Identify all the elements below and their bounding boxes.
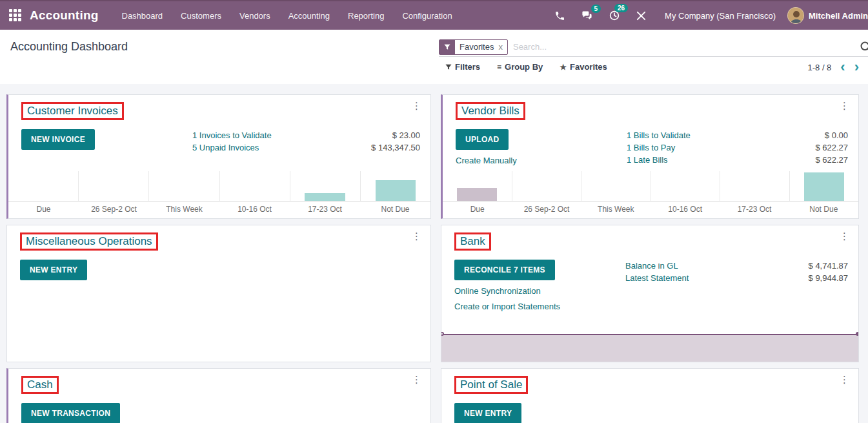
- nav-item-customers[interactable]: Customers: [172, 2, 230, 30]
- new-entry-button[interactable]: NEW ENTRY: [20, 260, 87, 280]
- create-import-statements-link[interactable]: Create or Import Statements: [454, 302, 625, 311]
- activities-icon[interactable]: 26: [601, 10, 628, 21]
- kebab-menu-icon[interactable]: ⋮: [412, 101, 421, 110]
- chart-bar[interactable]: [457, 188, 497, 201]
- breadcrumb[interactable]: Accounting Dashboard: [10, 40, 128, 54]
- pager-next-icon[interactable]: ›: [854, 62, 859, 72]
- group-by-label: Group By: [505, 62, 543, 72]
- messages-icon[interactable]: 5: [573, 10, 601, 21]
- card-title[interactable]: Bank: [460, 235, 485, 247]
- latest-statement-link[interactable]: Latest Statement: [625, 272, 745, 284]
- facet-remove-icon[interactable]: x: [498, 40, 507, 54]
- app-name[interactable]: Accounting: [30, 8, 99, 23]
- control-panel: Accounting Dashboard Favorites x Filters…: [0, 30, 868, 84]
- chart-column: [789, 171, 859, 201]
- card-cash: Cash ⋮ NEW TRANSACTION: [6, 368, 431, 423]
- bills-to-validate-link[interactable]: 1 Bills to Validate: [627, 129, 745, 141]
- chart-axis-label: 17-23 Oct: [720, 205, 789, 214]
- nav-item-reporting[interactable]: Reporting: [339, 2, 393, 30]
- chart-axis-label: 17-23 Oct: [290, 205, 360, 214]
- pager-prev-icon[interactable]: ‹: [840, 62, 845, 72]
- invoices-to-validate-link[interactable]: 1 Invoices to Validate: [192, 129, 317, 141]
- card-title[interactable]: Vendor Bills: [461, 105, 520, 117]
- card-bank: Bank ⋮ RECONCILE 7 ITEMS Online Synchron…: [441, 225, 859, 362]
- create-manually-link[interactable]: Create Manually: [456, 156, 627, 165]
- dashboard-grid: Customer Invoices ⋮ NEW INVOICE 1 Invoic…: [0, 84, 868, 423]
- new-transaction-button[interactable]: NEW TRANSACTION: [21, 403, 120, 423]
- search-icon[interactable]: [860, 41, 868, 56]
- kebab-menu-icon[interactable]: ⋮: [412, 232, 421, 241]
- group-by-button[interactable]: ≡ Group By: [497, 62, 543, 72]
- filters-button[interactable]: Filters: [445, 62, 480, 72]
- chart-bar[interactable]: [804, 172, 844, 201]
- user-menu[interactable]: Mitchell Admin: [787, 7, 868, 24]
- chart-bar[interactable]: [305, 193, 345, 201]
- chart-axis-label: This Week: [149, 205, 219, 214]
- messages-badge: 5: [591, 5, 601, 13]
- tools-icon[interactable]: [628, 10, 654, 21]
- kebab-menu-icon[interactable]: ⋮: [840, 232, 849, 241]
- chart-axis-label: 26 Sep-2 Oct: [512, 205, 581, 214]
- bills-to-pay-amount: $ 622.27: [745, 141, 848, 154]
- balance-in-gl-amount: $ 4,741.87: [745, 260, 848, 272]
- chart-column: [148, 171, 219, 201]
- kebab-menu-icon[interactable]: ⋮: [412, 375, 421, 384]
- chart-column: [290, 171, 360, 201]
- new-entry-button[interactable]: NEW ENTRY: [454, 403, 521, 423]
- card-title[interactable]: Point of Sale: [460, 378, 522, 391]
- kebab-menu-icon[interactable]: ⋮: [840, 375, 849, 384]
- bills-to-pay-link[interactable]: 1 Bills to Pay: [627, 141, 745, 154]
- chart-column: [512, 171, 581, 201]
- chart-column: [720, 171, 789, 201]
- phone-icon[interactable]: [547, 10, 573, 21]
- chart-point: [441, 332, 444, 336]
- chart-column: [219, 171, 290, 201]
- nav-item-dashboard[interactable]: Dashboard: [113, 2, 172, 30]
- nav-item-vendors[interactable]: Vendors: [230, 2, 279, 30]
- bank-balance-chart: [441, 334, 858, 362]
- online-synchronization-link[interactable]: Online Synchronization: [454, 286, 625, 296]
- card-title[interactable]: Cash: [27, 378, 53, 391]
- favorites-button[interactable]: ★ Favorites: [560, 62, 607, 72]
- balance-in-gl-link[interactable]: Balance in GL: [625, 260, 745, 272]
- card-miscellaneous-operations: Miscellaneous Operations ⋮ NEW ENTRY: [6, 225, 431, 362]
- card-title[interactable]: Customer Invoices: [27, 105, 118, 117]
- star-icon: ★: [560, 63, 567, 72]
- user-name: Mitchell Admin: [809, 11, 868, 21]
- chart-axis-label: Due: [443, 205, 512, 214]
- chart-axis-label: 10-16 Oct: [219, 205, 290, 214]
- annotation-box: Bank: [454, 232, 491, 251]
- annotation-box: Miscellaneous Operations: [20, 232, 158, 251]
- chart-point: [856, 332, 859, 336]
- chart-axis-label: 10-16 Oct: [651, 205, 720, 214]
- chart-column: [8, 171, 78, 201]
- pager-range: 1-8 / 8: [807, 63, 831, 72]
- favorites-label: Favorites: [570, 62, 607, 72]
- annotation-box: Point of Sale: [454, 376, 528, 394]
- nav-item-configuration[interactable]: Configuration: [393, 2, 461, 30]
- upload-button[interactable]: UPLOAD: [456, 129, 509, 150]
- chart-column: [581, 171, 651, 201]
- unpaid-invoices-amount: $ 143,347.50: [317, 141, 420, 154]
- search-input[interactable]: [513, 42, 868, 52]
- search-facet-label: Favorites: [455, 40, 498, 54]
- filter-funnel-icon: [439, 40, 455, 54]
- search-bar[interactable]: Favorites x: [439, 37, 868, 57]
- late-bills-link[interactable]: 1 Late Bills: [627, 154, 745, 166]
- kebab-menu-icon[interactable]: ⋮: [840, 101, 849, 110]
- company-switcher[interactable]: My Company (San Francisco): [665, 11, 776, 21]
- user-avatar: [787, 7, 804, 24]
- card-vendor-bills: Vendor Bills ⋮ UPLOAD Create Manually 1 …: [441, 94, 859, 219]
- unpaid-invoices-link[interactable]: 5 Unpaid Invoices: [192, 141, 317, 154]
- chart-bar[interactable]: [376, 180, 416, 201]
- nav-item-accounting[interactable]: Accounting: [279, 2, 339, 30]
- annotation-box: Vendor Bills: [456, 102, 525, 120]
- latest-statement-amount: $ 9,944.87: [745, 272, 848, 284]
- card-title[interactable]: Miscellaneous Operations: [26, 235, 152, 247]
- annotation-box: Cash: [21, 376, 59, 394]
- new-invoice-button[interactable]: NEW INVOICE: [21, 129, 95, 150]
- late-bills-amount: $ 622.27: [745, 154, 848, 166]
- chart-column: [360, 171, 430, 201]
- reconcile-items-button[interactable]: RECONCILE 7 ITEMS: [454, 260, 555, 280]
- apps-menu-icon[interactable]: [9, 9, 22, 22]
